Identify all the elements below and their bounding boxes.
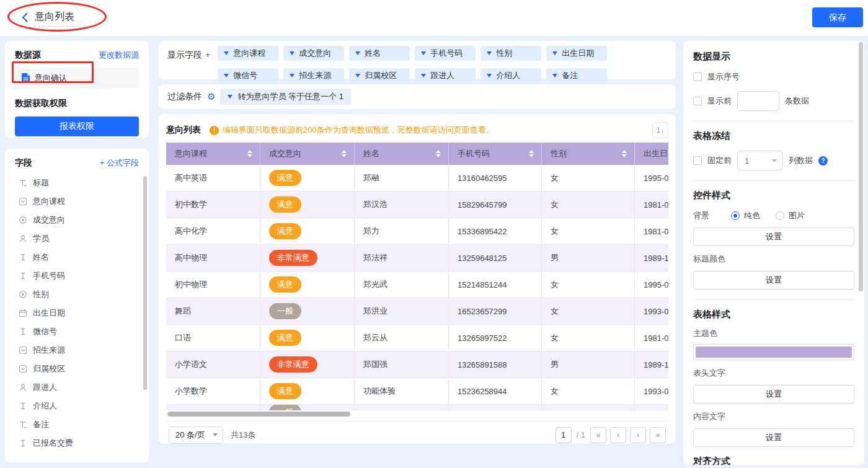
add-formula-field-link[interactable]: + 公式字段 bbox=[100, 157, 139, 169]
title-color-set-button[interactable]: 设置 bbox=[693, 271, 854, 289]
field-item-label: 学员 bbox=[33, 233, 49, 244]
add-display-field-button[interactable]: + bbox=[205, 50, 210, 60]
cell-name: 郑力 bbox=[355, 218, 449, 244]
datasource-item[interactable]: 意向确认 bbox=[15, 68, 139, 88]
solid-color-radio[interactable] bbox=[731, 211, 740, 220]
settings-scrollbar[interactable] bbox=[859, 42, 863, 291]
table-row[interactable]: 初中数学满意郑汉浩15829645799女1981-06 bbox=[166, 192, 668, 218]
table-row[interactable]: 舞蹈一般郑洪业16523657299女1993-08 bbox=[166, 298, 668, 325]
field-item[interactable]: 跟进人 bbox=[15, 378, 149, 397]
display-field-chip[interactable]: 成交意向 bbox=[283, 46, 344, 61]
field-item[interactable]: 性别 bbox=[15, 285, 149, 304]
chip-label: 微信号 bbox=[233, 70, 257, 81]
field-item[interactable]: 归属校区 bbox=[15, 360, 149, 378]
table-row[interactable]: 小学数学满意功能体验15236258944女1993-08 bbox=[166, 378, 668, 405]
horizontal-scrollbar[interactable] bbox=[167, 412, 350, 417]
image-radio[interactable] bbox=[776, 211, 784, 220]
fix-count-select[interactable]: 1 bbox=[737, 151, 783, 170]
fix-columns-checkbox[interactable] bbox=[693, 156, 702, 165]
table-row[interactable]: 高中化学满意郑力15336895422女1981-06 bbox=[166, 218, 668, 245]
display-field-chip[interactable]: 姓名 bbox=[349, 46, 410, 61]
column-header-3[interactable]: 姓名 bbox=[355, 143, 449, 165]
display-field-chip[interactable]: 微信号 bbox=[218, 68, 278, 83]
show-index-label: 显示序号 bbox=[707, 71, 740, 82]
table-row[interactable]: 高中物理非常满意郑法祥13259648125男1989-11 bbox=[166, 245, 668, 272]
top-n-input[interactable] bbox=[737, 91, 779, 111]
field-item[interactable]: 标题 bbox=[15, 174, 149, 192]
help-icon[interactable]: ? bbox=[818, 156, 828, 166]
field-item[interactable]: 出生日期 bbox=[15, 304, 149, 322]
page-number-input[interactable]: 1 bbox=[556, 427, 572, 443]
back-icon[interactable] bbox=[19, 11, 32, 24]
freeze-title: 表格冻结 bbox=[693, 130, 854, 142]
column-header-5[interactable]: 性别 bbox=[542, 143, 635, 165]
chip-label: 介绍人 bbox=[496, 70, 520, 81]
prev-page-button[interactable]: ‹ bbox=[610, 427, 626, 443]
fix-suffix: 列数据 bbox=[789, 155, 813, 166]
field-item[interactable]: 微信号 bbox=[15, 322, 149, 341]
table-row[interactable]: 初中物理满意郑光武15214851244女1995-01 bbox=[166, 272, 668, 298]
sort-arrows-icon[interactable] bbox=[622, 150, 627, 157]
show-first-checkbox[interactable] bbox=[693, 97, 702, 105]
filter-condition-chip[interactable]: 转为意向学员 等于任意一个 1 bbox=[220, 89, 350, 105]
table-row[interactable]: 高中英语满意郑融13160462595女1995-01 bbox=[166, 165, 668, 192]
widget-style-title: 控件样式 bbox=[693, 190, 854, 201]
background-set-button[interactable]: 设置 bbox=[693, 227, 854, 246]
theme-color-picker[interactable] bbox=[693, 344, 854, 360]
page-size-select[interactable]: 20 条/页 bbox=[169, 426, 223, 444]
sort-order-icon[interactable]: 1↓ bbox=[652, 122, 668, 138]
filter-label: 过滤条件 bbox=[167, 91, 202, 102]
first-page-button[interactable]: « bbox=[590, 427, 606, 443]
fields-scrollbar[interactable] bbox=[143, 176, 147, 390]
sort-arrows-icon[interactable] bbox=[436, 150, 441, 157]
field-item[interactable]: 姓名 bbox=[15, 248, 149, 267]
content-text-set-button[interactable]: 设置 bbox=[693, 428, 854, 447]
display-field-chip[interactable]: 备注 bbox=[546, 68, 607, 83]
cell-name: 郑融 bbox=[355, 165, 449, 191]
cell-course: 口语 bbox=[166, 325, 260, 351]
display-field-chip[interactable]: 手机号码 bbox=[415, 46, 476, 61]
show-index-checkbox[interactable] bbox=[693, 73, 702, 81]
sort-arrows-icon[interactable] bbox=[529, 150, 534, 157]
column-header-6[interactable]: 出生日期 bbox=[635, 143, 668, 165]
field-item[interactable]: 成交意向 bbox=[15, 211, 149, 229]
save-button[interactable]: 保存 bbox=[812, 7, 863, 27]
gear-icon[interactable]: ⚙ bbox=[207, 91, 215, 102]
cell-intent: 一般 bbox=[260, 298, 355, 324]
report-permission-button[interactable]: 报表权限 bbox=[15, 117, 139, 136]
display-field-chip[interactable]: 归属校区 bbox=[349, 68, 410, 83]
document-icon bbox=[21, 73, 30, 83]
field-item[interactable]: 手机号码 bbox=[15, 267, 149, 285]
chevron-down-icon bbox=[290, 74, 294, 77]
last-page-button[interactable]: » bbox=[650, 427, 666, 443]
cell-name: 郑云从 bbox=[355, 325, 449, 351]
table-row[interactable]: 小学语文非常满意郑国强13265891588男1989-11 bbox=[166, 351, 668, 378]
column-header-1[interactable]: 意向课程 bbox=[166, 143, 260, 165]
header-text-set-button[interactable]: 设置 bbox=[693, 385, 854, 404]
chevron-down-icon bbox=[772, 159, 777, 162]
display-field-chip[interactable]: 意向课程 bbox=[218, 46, 278, 61]
next-page-button[interactable]: › bbox=[630, 427, 646, 443]
field-item[interactable]: 已报名交费 bbox=[15, 434, 149, 453]
sort-arrows-icon[interactable] bbox=[342, 150, 347, 157]
cell: 一般 bbox=[260, 405, 355, 410]
display-field-chip[interactable]: 介绍人 bbox=[480, 68, 541, 83]
display-field-chip[interactable]: 性别 bbox=[480, 46, 541, 61]
display-field-chip[interactable]: 出生日期 bbox=[546, 46, 607, 61]
field-item-label: 招生来源 bbox=[33, 345, 65, 356]
field-item[interactable]: 介绍人 bbox=[15, 397, 149, 415]
cell-course: 舞蹈 bbox=[166, 298, 260, 324]
field-item[interactable]: 意向课程 bbox=[15, 192, 149, 211]
change-datasource-link[interactable]: 更改数据源 bbox=[99, 50, 139, 61]
sort-arrows-icon[interactable] bbox=[247, 150, 252, 157]
display-field-chip[interactable]: 跟进人 bbox=[415, 68, 476, 83]
table-row-partial[interactable]: 一般 bbox=[166, 405, 668, 410]
field-item[interactable]: 备注 bbox=[15, 415, 149, 434]
field-item[interactable]: 学员 bbox=[15, 229, 149, 248]
column-header-2[interactable]: 成交意向 bbox=[260, 143, 355, 165]
table-row[interactable]: 口语满意郑云从13265897522女1981-06 bbox=[166, 325, 668, 351]
field-item[interactable]: 招生来源 bbox=[15, 341, 149, 360]
column-header-4[interactable]: 手机号码 bbox=[449, 143, 542, 165]
cell-gender: 男 bbox=[542, 351, 635, 377]
display-field-chip[interactable]: 招生来源 bbox=[283, 68, 344, 83]
